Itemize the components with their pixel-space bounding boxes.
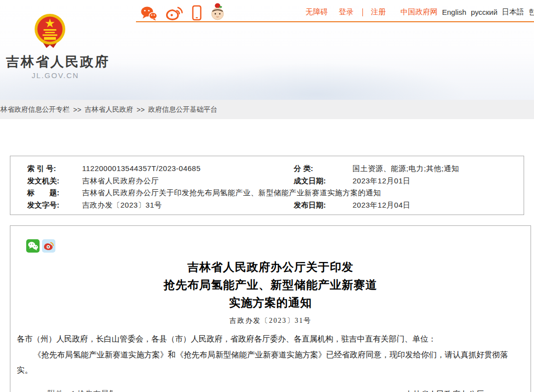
meta-agency-label: 发文机关: bbox=[27, 175, 82, 187]
accessibility-link[interactable]: 无障碍 bbox=[306, 7, 328, 17]
register-link[interactable]: 注册 bbox=[371, 7, 386, 17]
meta-title-label: 标 题: bbox=[27, 187, 82, 199]
document-title-line3: 实施方案的通知 bbox=[10, 294, 531, 312]
document-title-line1: 吉林省人民政府办公厅关于印发 bbox=[10, 259, 531, 276]
meta-index-label: 索 引 号: bbox=[27, 163, 82, 175]
meta-agency-value: 吉林省人民政府办公厅 bbox=[82, 175, 294, 187]
breadcrumb-separator: >> bbox=[136, 106, 144, 114]
header-orange-rule bbox=[136, 21, 534, 22]
mobile-icon[interactable] bbox=[192, 5, 202, 21]
meta-publish-date-label: 发布日期: bbox=[294, 199, 353, 212]
meta-written-date-value: 2023年12月01日 bbox=[353, 175, 520, 187]
document-meta-grid: 索 引 号: 1122000013544357T/2023-04685 分 类:… bbox=[10, 156, 524, 211]
document-number: 吉政办发〔2023〕31号 bbox=[10, 316, 531, 325]
meta-written-date-label: 成文日期: bbox=[294, 175, 353, 187]
share-icons bbox=[26, 239, 531, 253]
meta-index-value: 1122000013544357T/2023-04685 bbox=[82, 163, 294, 175]
login-link[interactable]: 登录 bbox=[339, 7, 354, 17]
breadcrumb-item-info-column[interactable]: 林省政府信息公开专栏 bbox=[0, 105, 70, 114]
meta-category-label: 分 类: bbox=[294, 163, 353, 175]
meta-doc-no-value: 吉政办发〔2023〕31号 bbox=[82, 199, 294, 212]
mascot-icon[interactable] bbox=[210, 3, 225, 21]
weibo-share-icon[interactable] bbox=[42, 239, 55, 253]
lang-korean-link[interactable]: 한국어 bbox=[529, 7, 534, 17]
breadcrumb: 林省政府信息公开专栏 >> 吉林省人民政府 >> 政府信息公开基础平台 bbox=[0, 100, 534, 119]
meta-doc-no-label: 发文字号: bbox=[27, 199, 82, 212]
document-title: 吉林省人民政府办公厅关于印发 抢先布局氢能产业、新型储能产业新赛道 实施方案的通… bbox=[10, 259, 531, 312]
china-gov-link[interactable]: 中国政府网 bbox=[400, 7, 438, 17]
meta-title-value: 吉林省人民政府办公厅关于印发抢先布局氢能产业、新型储能产业新赛道实施方案的通知 bbox=[82, 187, 520, 199]
document-salutation: 各市（州）人民政府，长白山管委会，各县（市）人民政府，省政府各厅委办、各直属机构… bbox=[17, 331, 524, 347]
wechat-icon[interactable] bbox=[140, 6, 157, 21]
lang-russian-link[interactable]: русский bbox=[471, 8, 497, 16]
document-body-paragraph: 《抢先布局氢能产业新赛道实施方案》和《抢先布局新型储能产业新赛道实施方案》已经省… bbox=[17, 347, 524, 378]
site-domain: JL.GOV.CN bbox=[6, 71, 105, 80]
document-content-box: 吉林省人民政府办公厅关于印发 抢先布局氢能产业、新型储能产业新赛道 实施方案的通… bbox=[10, 225, 531, 392]
lang-english-link[interactable]: English bbox=[442, 8, 466, 16]
document-title-line2: 抢先布局氢能产业、新型储能产业新赛道 bbox=[10, 276, 531, 294]
wechat-share-icon[interactable] bbox=[26, 239, 40, 253]
lang-japanese-link[interactable]: 日本語 bbox=[502, 7, 524, 17]
link-separator bbox=[362, 8, 363, 16]
meta-category-value: 国土资源、能源;电力;其他;通知 bbox=[353, 163, 520, 175]
topbar-social-icons bbox=[140, 3, 225, 21]
breadcrumb-item-government[interactable]: 吉林省人民政府 bbox=[85, 105, 133, 114]
weibo-icon[interactable] bbox=[166, 6, 183, 21]
document-meta-box: 索 引 号: 1122000013544357T/2023-04685 分 类:… bbox=[10, 156, 524, 215]
national-emblem-icon bbox=[34, 13, 66, 51]
site-name: 吉林省人民政府 bbox=[6, 53, 128, 71]
topbar-links: 无障碍 登录 注册 中国政府网 English русский 日本語 한국어 bbox=[306, 7, 534, 17]
clipped-bottom-text: 附件：1.抢先布局氢 bbox=[47, 389, 113, 392]
meta-publish-date-value: 2023年12月04日 bbox=[353, 199, 520, 212]
site-header: 无障碍 登录 注册 中国政府网 English русский 日本語 한국어 bbox=[0, 0, 534, 100]
breadcrumb-item-platform[interactable]: 政府信息公开基础平台 bbox=[148, 105, 218, 114]
breadcrumb-separator: >> bbox=[73, 106, 81, 114]
